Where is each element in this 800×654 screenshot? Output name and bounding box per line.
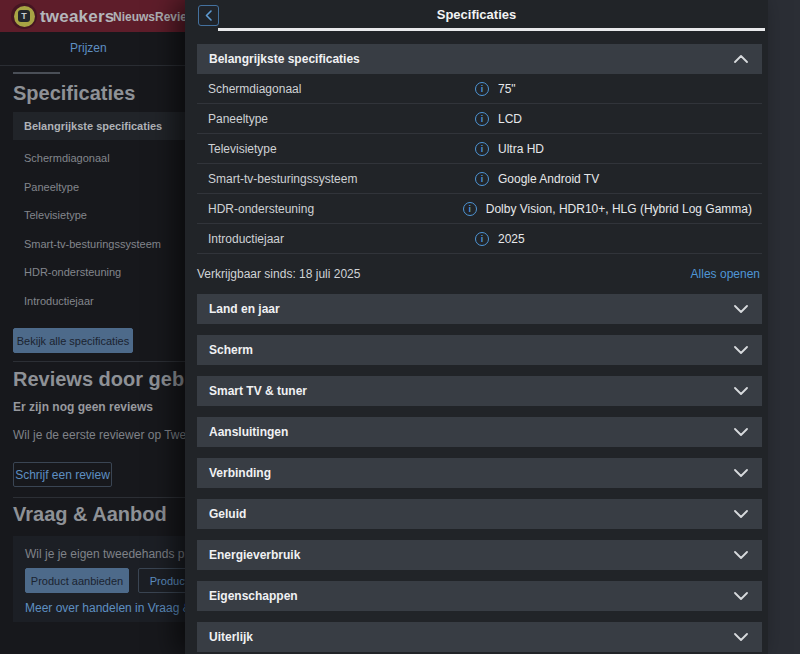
accordion-label: Eigenschappen [209, 589, 298, 603]
spec-value: Google Android TV [498, 172, 599, 186]
spec-label: Introductiejaar [208, 232, 475, 246]
sidebar-item-smart-tv-besturingssysteem[interactable]: Smart-tv-besturingssysteem [24, 238, 161, 250]
open-all-link[interactable]: Alles openen [691, 267, 760, 281]
accordion-section-scherm[interactable]: Scherm [197, 335, 762, 365]
accordion-section-geluid[interactable]: Geluid [197, 499, 762, 529]
header-underline [218, 28, 765, 31]
chevron-down-icon [734, 633, 748, 641]
logo-t-glyph: T [18, 10, 30, 22]
accordion-section-eigenschappen[interactable]: Eigenschappen [197, 581, 762, 611]
nav-item-nieuws[interactable]: Nieuws [113, 10, 155, 24]
view-all-specs-button[interactable]: Bekijk alle specificaties [13, 328, 133, 353]
accordion-label: Land en jaar [209, 302, 280, 316]
accordion-section-land-en-jaar[interactable]: Land en jaar [197, 294, 762, 324]
spec-value: Ultra HD [498, 142, 544, 156]
spec-label: Paneeltype [208, 112, 475, 126]
sidebar-item-televisietype[interactable]: Televisietype [24, 209, 87, 221]
spec-row: Smart-tv-besturingssysteem i Google Andr… [197, 164, 762, 194]
sidebar-item-belangrijkste-specificaties[interactable]: Belangrijkste specificaties [13, 112, 185, 140]
section-title-vraag-aanbod: Vraag & Aanbod [13, 503, 167, 526]
chevron-down-icon [734, 428, 748, 436]
accordion-label: Energieverbruik [209, 548, 300, 562]
spec-row: Schermdiagonaal i 75" [197, 74, 762, 104]
accordion-section-smart-tv-tuner[interactable]: Smart TV & tuner [197, 376, 762, 406]
accordion-section-energieverbruik[interactable]: Energieverbruik [197, 540, 762, 570]
info-icon[interactable]: i [475, 82, 489, 96]
modal-body: Belangrijkste specificaties Schermdiagon… [185, 31, 768, 652]
accordion-label: Scherm [209, 343, 253, 357]
offer-product-button[interactable]: Product aanbieden [25, 568, 129, 593]
sidebar-item-paneeltype[interactable]: Paneeltype [24, 181, 79, 193]
back-button[interactable] [198, 5, 219, 26]
info-icon[interactable]: i [475, 142, 489, 156]
accordion-label: Aansluitingen [209, 425, 288, 439]
tweakers-logo-icon[interactable]: T [11, 3, 37, 29]
chevron-down-icon [734, 551, 748, 559]
modal-title: Specificaties [185, 0, 768, 30]
spec-label: HDR-ondersteuning [208, 202, 463, 216]
sidebar-item-introductiejaar[interactable]: Introductiejaar [24, 295, 94, 307]
spec-row: Televisietype i Ultra HD [197, 134, 762, 164]
accordion-section-belangrijkste[interactable]: Belangrijkste specificaties [197, 44, 762, 74]
info-icon[interactable]: i [475, 172, 489, 186]
active-tab-indicator [13, 72, 60, 74]
accordion-label: Uiterlijk [209, 630, 253, 644]
sidebar-item-schermdiagonaal[interactable]: Schermdiagonaal [24, 152, 110, 164]
chevron-down-icon [734, 305, 748, 313]
chevron-up-icon [734, 55, 748, 63]
reviews-status-text: Er zijn nog geen reviews [13, 400, 153, 414]
accordion-label: Smart TV & tuner [209, 384, 307, 398]
spec-value: 2025 [498, 232, 525, 246]
sidebar-item-hdr-ondersteuning[interactable]: HDR-ondersteuning [24, 266, 121, 278]
spec-row: Paneeltype i LCD [197, 104, 762, 134]
page-right-gutter [768, 0, 800, 654]
brand-wordmark[interactable]: tweakers [40, 7, 114, 27]
accordion-section-aansluitingen[interactable]: Aansluitingen [197, 417, 762, 447]
chevron-down-icon [734, 510, 748, 518]
write-review-button[interactable]: Schrijf een review [13, 462, 112, 487]
spec-value: 75" [498, 82, 516, 96]
divider [13, 497, 185, 498]
accordion-section-uiterlijk[interactable]: Uiterlijk [197, 622, 762, 652]
info-icon[interactable]: i [475, 232, 489, 246]
modal-header: Specificaties [185, 0, 768, 31]
accordion-label: Geluid [209, 507, 246, 521]
spec-row: HDR-ondersteuning i Dolby Vision, HDR10+… [197, 194, 762, 224]
accordion-label: Belangrijkste specificaties [209, 52, 360, 66]
accordion-section-verbinding[interactable]: Verbinding [197, 458, 762, 488]
section-title-specificaties: Specificaties [13, 82, 135, 105]
info-icon[interactable]: i [463, 202, 477, 216]
chevron-down-icon [734, 592, 748, 600]
spec-label: Televisietype [208, 142, 475, 156]
chevron-left-icon [205, 10, 212, 21]
spec-value: LCD [498, 112, 522, 126]
chevron-down-icon [734, 469, 748, 477]
divider [13, 361, 185, 362]
specifications-modal: Specificaties Belangrijkste specificatie… [185, 0, 768, 654]
spec-value: Dolby Vision, HDR10+, HLG (Hybrid Log Ga… [486, 202, 752, 216]
screen: T tweakers Nieuws Reviews Prijzen Specif… [0, 0, 800, 654]
tab-prijzen[interactable]: Prijzen [70, 41, 107, 55]
availability-text: Verkrijgbaar sinds: 18 juli 2025 [197, 267, 360, 281]
chevron-down-icon [734, 387, 748, 395]
chevron-down-icon [734, 346, 748, 354]
spec-row: Introductiejaar i 2025 [197, 224, 762, 254]
spec-label: Schermdiagonaal [208, 82, 475, 96]
spec-label: Smart-tv-besturingssysteem [208, 172, 475, 186]
sidebar-item-label: Belangrijkste specificaties [24, 120, 162, 132]
info-icon[interactable]: i [475, 112, 489, 126]
availability-row: Verkrijgbaar sinds: 18 juli 2025 Alles o… [197, 254, 762, 294]
accordion-label: Verbinding [209, 466, 271, 480]
